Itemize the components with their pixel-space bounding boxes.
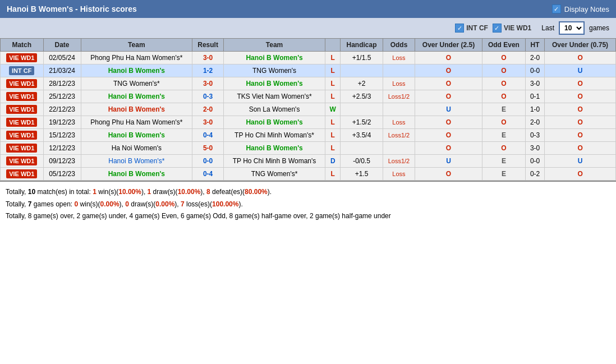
table-row: VIE WD1 12/12/23 Ha Noi Women's 5-0 Hano… (1, 142, 616, 155)
cell-odd-even: E (482, 103, 525, 116)
cell-odds: Loss1/2 (383, 155, 415, 168)
cell-team1: Phong Phu Ha Nam Women's* (81, 52, 192, 64)
col-match: Match (1, 39, 44, 52)
filter-bar: ✓ INT CF ✓ VIE WD1 Last 5 10 15 20 25 ga… (0, 18, 616, 38)
league-badge: INT CF (9, 66, 34, 75)
cell-handicap: +1/1.5 (341, 52, 383, 64)
cell-date: 19/12/23 (43, 116, 81, 129)
cell-date: 25/12/23 (43, 90, 81, 103)
cell-handicap: +2.5/3 (341, 90, 383, 103)
cell-result: 0-3 (192, 90, 224, 103)
cell-odds: Loss1/2 (383, 90, 415, 103)
cell-ht: 3-0 (526, 77, 545, 90)
table-row: VIE WD1 05/12/23 Hanoi B Women's 0-4 TNG… (1, 168, 616, 181)
summary-line3: Totally, 8 game(s) over, 2 game(s) under… (6, 210, 610, 223)
col-odd-even: Odd Even (482, 39, 525, 52)
cell-odds: Loss (383, 77, 415, 90)
display-notes-checkbox[interactable]: ✓ (552, 4, 561, 13)
games-label: games (589, 24, 609, 32)
cell-over-under: O (415, 64, 482, 77)
col-handicap: Handicap (341, 39, 383, 52)
league-badge: VIE WD1 (6, 144, 37, 153)
cell-ht: 0-3 (526, 129, 545, 142)
cell-handicap: +1.5/2 (341, 116, 383, 129)
cell-team1: Hanoi B Women's* (81, 155, 192, 168)
cell-team2: Hanoi B Women's (223, 52, 325, 64)
display-notes-label: Display Notes (564, 5, 609, 13)
cell-team2: Hanoi B Women's (223, 142, 325, 155)
cell-ht: 0-0 (526, 64, 545, 77)
cell-league: VIE WD1 (1, 116, 44, 129)
cell-odd-even: O (482, 90, 525, 103)
cell-outcome: D (325, 155, 341, 168)
cell-ht-ou: U (545, 155, 616, 168)
cell-league: VIE WD1 (1, 77, 44, 90)
vie-wd1-checkbox[interactable]: ✓ (493, 24, 502, 33)
cell-team2: TP Ho Chi Minh B Woman's (223, 155, 325, 168)
int-cf-filter: ✓ INT CF (455, 24, 488, 33)
cell-odds (383, 103, 415, 116)
col-team2: Team (223, 39, 325, 52)
league-badge: VIE WD1 (6, 118, 37, 127)
cell-ht: 1-0 (526, 103, 545, 116)
cell-league: VIE WD1 (1, 142, 44, 155)
col-date: Date (43, 39, 81, 52)
cell-odd-even: O (482, 64, 525, 77)
cell-odds: Loss (383, 52, 415, 64)
cell-league: VIE WD1 (1, 90, 44, 103)
cell-outcome: L (325, 64, 341, 77)
cell-odd-even: O (482, 116, 525, 129)
cell-team1: Hanoi B Women's (81, 129, 192, 142)
summary-section: Totally, 10 match(es) in total: 1 win(s)… (0, 181, 616, 227)
cell-league: VIE WD1 (1, 168, 44, 181)
app-container: Hanoi B Women's - Historic scores ✓ Disp… (0, 0, 616, 227)
cell-team2: TNG Women's* (223, 168, 325, 181)
cell-league: VIE WD1 (1, 52, 44, 64)
league-badge: VIE WD1 (6, 53, 37, 62)
cell-ht: 3-0 (526, 142, 545, 155)
cell-outcome: L (325, 52, 341, 64)
cell-ht-ou: O (545, 129, 616, 142)
cell-over-under: O (415, 116, 482, 129)
cell-odds (383, 142, 415, 155)
cell-result: 0-0 (192, 155, 224, 168)
league-badge: VIE WD1 (6, 92, 37, 101)
cell-date: 22/12/23 (43, 103, 81, 116)
cell-team2: TP Ho Chi Minh Woman's* (223, 129, 325, 142)
games-select[interactable]: 5 10 15 20 25 (559, 21, 585, 35)
league-badge: VIE WD1 (6, 169, 37, 178)
cell-result: 3-0 (192, 77, 224, 90)
cell-team1: Ha Noi Women's (81, 142, 192, 155)
scores-table: Match Date Team Result Team Handicap Odd… (0, 38, 616, 181)
cell-ht-ou: O (545, 103, 616, 116)
cell-over-under: O (415, 77, 482, 90)
cell-over-under: U (415, 155, 482, 168)
cell-ht-ou: O (545, 116, 616, 129)
cell-odd-even: E (482, 155, 525, 168)
col-odds: Odds (383, 39, 415, 52)
cell-handicap: -0/0.5 (341, 155, 383, 168)
cell-ht-ou: O (545, 142, 616, 155)
cell-team1: TNG Women's* (81, 77, 192, 90)
cell-team1: Hanoi B Women's (81, 168, 192, 181)
col-ht: HT (526, 39, 545, 52)
table-row: VIE WD1 09/12/23 Hanoi B Women's* 0-0 TP… (1, 155, 616, 168)
cell-league: VIE WD1 (1, 155, 44, 168)
cell-team2: Son La Women's (223, 103, 325, 116)
int-cf-checkbox[interactable]: ✓ (455, 24, 464, 33)
vie-wd1-filter: ✓ VIE WD1 (493, 24, 531, 33)
cell-date: 12/12/23 (43, 142, 81, 155)
cell-league: VIE WD1 (1, 129, 44, 142)
cell-handicap: +1.5 (341, 168, 383, 181)
cell-outcome: L (325, 129, 341, 142)
cell-team1: Hanoi B Women's (81, 103, 192, 116)
league-badge: VIE WD1 (6, 79, 37, 88)
cell-league: INT CF (1, 64, 44, 77)
table-row: VIE WD1 02/05/24 Phong Phu Ha Nam Women'… (1, 52, 616, 64)
page-title: Hanoi B Women's - Historic scores (7, 4, 137, 13)
cell-ht-ou: O (545, 90, 616, 103)
cell-odds (383, 64, 415, 77)
table-row: VIE WD1 19/12/23 Phong Phu Ha Nam Women'… (1, 116, 616, 129)
cell-odd-even: E (482, 129, 525, 142)
table-row: VIE WD1 28/12/23 TNG Women's* 3-0 Hanoi … (1, 77, 616, 90)
